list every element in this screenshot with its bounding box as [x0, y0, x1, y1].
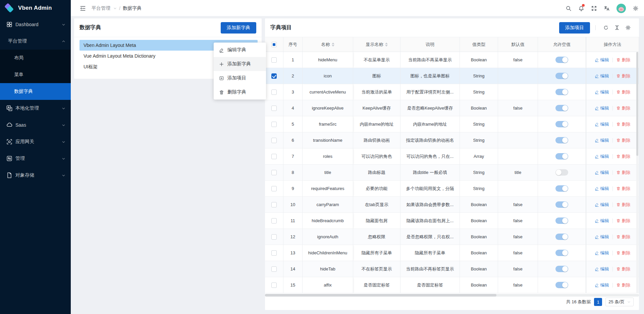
- gear-icon[interactable]: [625, 25, 631, 30]
- row-checkbox[interactable]: [271, 250, 277, 256]
- delete-link[interactable]: 删除: [616, 57, 631, 63]
- row-checkbox[interactable]: [271, 57, 277, 63]
- allow-empty-toggle[interactable]: [555, 89, 568, 95]
- sidebar-item-数据字典[interactable]: 数据字典: [0, 83, 71, 100]
- context-menu-item-添加新字典[interactable]: 添加新字典: [214, 57, 266, 71]
- edit-link[interactable]: 编辑: [595, 73, 609, 79]
- context-menu-item-添加项目[interactable]: 添加项目: [214, 71, 266, 85]
- edit-link[interactable]: 编辑: [595, 202, 609, 208]
- refresh-icon[interactable]: [603, 25, 609, 30]
- row-checkbox[interactable]: [271, 202, 277, 207]
- row-checkbox[interactable]: [271, 73, 277, 79]
- language-icon[interactable]: [600, 0, 613, 16]
- vertical-scrollbar[interactable]: [636, 52, 638, 293]
- gear-icon[interactable]: [629, 0, 642, 16]
- row-checkbox[interactable]: [271, 234, 277, 240]
- row-checkbox[interactable]: [271, 138, 277, 143]
- edit-link[interactable]: 编辑: [595, 282, 609, 288]
- delete-link[interactable]: 删除: [616, 282, 631, 288]
- delete-link[interactable]: 删除: [616, 137, 631, 143]
- sort-icon[interactable]: [332, 43, 334, 47]
- action-divider: [612, 74, 613, 78]
- allow-empty-toggle[interactable]: [555, 153, 568, 160]
- edit-link[interactable]: 编辑: [595, 234, 609, 240]
- allow-empty-toggle[interactable]: [555, 169, 568, 176]
- cell-value-type: Boolean: [460, 100, 498, 116]
- delete-link[interactable]: 删除: [616, 73, 631, 79]
- add-item-button[interactable]: 添加项目: [559, 22, 590, 34]
- search-icon[interactable]: [562, 0, 575, 16]
- allow-empty-toggle[interactable]: [555, 73, 568, 79]
- edit-link[interactable]: 编辑: [595, 121, 609, 127]
- edit-link[interactable]: 编辑: [595, 218, 609, 224]
- add-dictionary-button[interactable]: 添加新字典: [221, 22, 256, 34]
- horizontal-scrollbar[interactable]: [265, 294, 639, 297]
- row-checkbox[interactable]: [271, 282, 277, 288]
- edit-link[interactable]: 编辑: [595, 153, 609, 160]
- sidebar-item-平台管理[interactable]: 平台管理: [0, 33, 71, 50]
- cell-allow-empty: [538, 197, 586, 213]
- sort-icon[interactable]: [385, 43, 388, 47]
- delete-link[interactable]: 删除: [616, 170, 631, 176]
- row-checkbox[interactable]: [271, 154, 277, 159]
- allow-empty-toggle[interactable]: [555, 121, 568, 127]
- context-menu-item-删除字典[interactable]: 删除字典: [214, 85, 266, 99]
- edit-link[interactable]: 编辑: [595, 57, 609, 63]
- edit-link[interactable]: 编辑: [595, 89, 609, 95]
- pagination-total: 共 16 条数据: [566, 299, 591, 305]
- sidebar-item-本地化管理[interactable]: 本地化管理: [0, 100, 71, 117]
- avatar[interactable]: [616, 4, 626, 13]
- delete-link[interactable]: 删除: [616, 89, 631, 95]
- sidebar-item-布局[interactable]: 布局: [0, 50, 71, 66]
- row-checkbox[interactable]: [271, 122, 277, 127]
- allow-empty-toggle[interactable]: [555, 185, 568, 192]
- sidebar-item-Saas[interactable]: Saas: [0, 117, 71, 133]
- context-menu-item-编辑字典[interactable]: 编辑字典: [214, 43, 266, 57]
- edit-link[interactable]: 编辑: [595, 250, 609, 256]
- allow-empty-toggle[interactable]: [555, 250, 568, 256]
- allow-empty-toggle[interactable]: [555, 105, 568, 111]
- delete-link[interactable]: 删除: [616, 186, 631, 192]
- allow-empty-toggle[interactable]: [555, 234, 568, 240]
- sidebar-item-Dashboard[interactable]: Dashboard: [0, 16, 71, 33]
- page-number-button[interactable]: 1: [594, 298, 602, 306]
- select-all-checkbox[interactable]: [271, 42, 277, 47]
- allow-empty-toggle[interactable]: [555, 217, 568, 224]
- row-height-icon[interactable]: [614, 25, 620, 30]
- delete-link[interactable]: 删除: [616, 153, 631, 160]
- delete-link[interactable]: 删除: [616, 234, 631, 240]
- row-checkbox[interactable]: [271, 218, 277, 224]
- sidebar-item-应用网关[interactable]: 应用网关: [0, 133, 71, 150]
- row-checkbox[interactable]: [271, 266, 277, 272]
- row-checkbox[interactable]: [271, 170, 277, 175]
- sidebar-item-菜单[interactable]: 菜单: [0, 66, 71, 83]
- sidebar-item-管理[interactable]: 管理: [0, 150, 71, 167]
- table-row: 6transitionName路由切换动画指定该路由切换的动画名String编辑…: [265, 132, 639, 148]
- delete-link[interactable]: 删除: [616, 105, 631, 111]
- allow-empty-toggle[interactable]: [555, 57, 568, 63]
- allow-empty-toggle[interactable]: [555, 282, 568, 288]
- edit-link[interactable]: 编辑: [595, 105, 609, 111]
- delete-link[interactable]: 删除: [616, 202, 631, 208]
- delete-link[interactable]: 删除: [616, 266, 631, 272]
- breadcrumb-parent[interactable]: 平台管理: [92, 5, 110, 11]
- edit-link[interactable]: 编辑: [595, 137, 609, 143]
- bell-icon[interactable]: [575, 0, 588, 16]
- row-checkbox[interactable]: [271, 89, 277, 95]
- edit-link[interactable]: 编辑: [595, 266, 609, 272]
- edit-link[interactable]: 编辑: [595, 170, 609, 176]
- row-checkbox[interactable]: [271, 106, 277, 111]
- edit-link[interactable]: 编辑: [595, 186, 609, 192]
- delete-link[interactable]: 删除: [616, 121, 631, 127]
- allow-empty-toggle[interactable]: [555, 266, 568, 272]
- delete-link[interactable]: 删除: [616, 218, 631, 224]
- sidebar-item-对象存储[interactable]: 对象存储: [0, 167, 71, 184]
- page-size-select[interactable]: 25 条/页: [605, 298, 634, 306]
- allow-empty-toggle[interactable]: [555, 137, 568, 143]
- allow-empty-toggle[interactable]: [555, 201, 568, 208]
- menu-fold-icon[interactable]: [79, 5, 86, 12]
- row-checkbox[interactable]: [271, 186, 277, 191]
- fullscreen-icon[interactable]: [588, 0, 600, 16]
- logo[interactable]: Vben Admin: [0, 0, 71, 16]
- delete-link[interactable]: 删除: [616, 250, 631, 256]
